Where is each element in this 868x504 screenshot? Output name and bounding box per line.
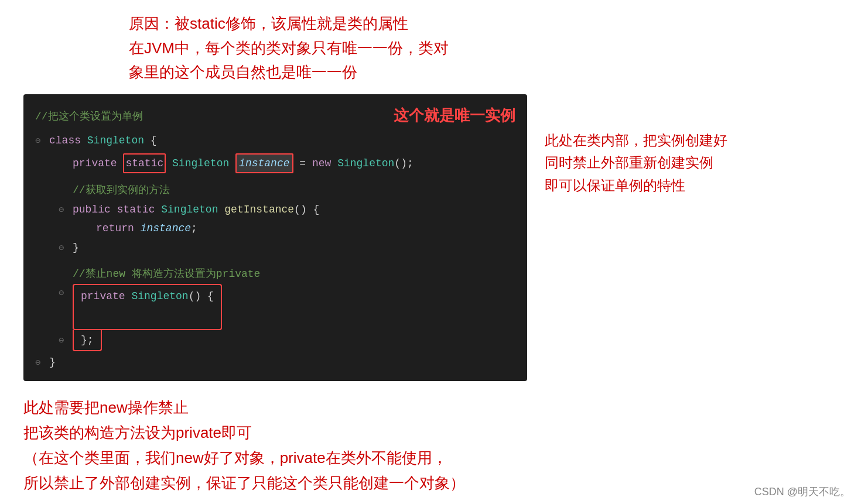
code-line-class-close: ⊖ } [35, 354, 515, 372]
code-line-comment3: //禁止new 将构造方法设置为private [35, 265, 515, 283]
code-line-class: ⊖ class Singleton { [35, 132, 515, 150]
code-line-method: ⊖ public static Singleton getInstance() … [35, 201, 515, 219]
watermark: CSDN @明天不吃。 [754, 485, 850, 499]
bottom-text-block: 此处需要把new操作禁止 把该类的构造方法设为private即可 （在这个类里面… [23, 395, 845, 496]
kw-class: class [49, 135, 87, 146]
code-line-constructor: ⊖ private Singleton() { [35, 284, 515, 330]
class-name: Singleton [87, 135, 144, 146]
side-annotation: 此处在类内部，把实例创建好 同时禁止外部重新创建实例 即可以保证单例的特性 [545, 129, 727, 197]
side-line2: 同时禁止外部重新创建实例 [545, 152, 727, 174]
gutter-constructor: ⊖ [59, 286, 73, 301]
annotation-red: 这个就是唯一实例 [394, 104, 515, 129]
gutter-close2: ⊖ [59, 334, 73, 349]
bottom-line2: 把该类的构造方法设为private即可 [23, 420, 845, 445]
top-line2: 在JVM中，每个类的类对象只有唯一一份，类对 [129, 36, 845, 61]
bottom-line1: 此处需要把new操作禁止 [23, 395, 845, 420]
top-line3: 象里的这个成员自然也是唯一一份 [129, 60, 845, 85]
gutter-class-close: ⊖ [35, 356, 49, 371]
code-line-constructor-close: ⊖ }; [35, 331, 515, 352]
comment1: //把这个类设置为单例 [35, 108, 143, 126]
code-block: //把这个类设置为单例 这个就是唯一实例 ⊖ class Singleton {… [23, 94, 527, 381]
comment2: //获取到实例的方法 [73, 181, 170, 200]
code-line-close-method: ⊖ } [35, 239, 515, 257]
content-area: //把这个类设置为单例 这个就是唯一实例 ⊖ class Singleton {… [23, 94, 845, 381]
gutter: ⊖ [35, 134, 49, 149]
gutter-method: ⊖ [59, 203, 73, 218]
comment3: //禁止new 将构造方法设置为private [73, 265, 260, 283]
code-line-comment2: //获取到实例的方法 [35, 181, 515, 200]
highlight-instance: instance [235, 153, 293, 174]
top-text-block: 原因：被static修饰，该属性就是类的属性 在JVM中，每个类的类对象只有唯一… [23, 12, 845, 85]
code-line-field: private static Singleton instance = new … [35, 153, 515, 174]
side-line3: 即可以保证单例的特性 [545, 174, 727, 197]
gutter-close1: ⊖ [59, 241, 73, 256]
bottom-line3: （在这个类里面，我们new好了对象，private在类外不能使用， [23, 445, 845, 471]
bottom-line4: 所以禁止了外部创建实例，保证了只能这个类只能创建一个对象） [23, 471, 845, 496]
highlight-static: static [123, 153, 166, 174]
side-line1: 此处在类内部，把实例创建好 [545, 129, 727, 152]
top-line1: 原因：被static修饰，该属性就是类的属性 [129, 12, 845, 36]
code-line-return: return instance; [35, 220, 515, 238]
kw-private1: private [73, 157, 123, 169]
